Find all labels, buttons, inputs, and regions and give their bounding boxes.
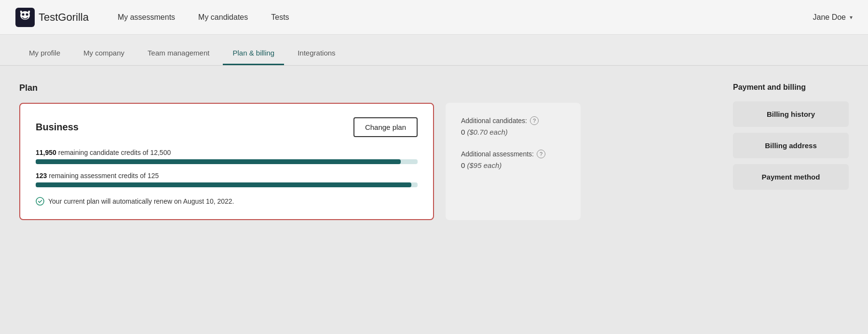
renew-text: Your current plan will automatically ren… [48, 197, 234, 205]
main-content: Plan Business Change plan 11,950 remaini… [0, 66, 868, 237]
assessment-credits-bold: 123 [36, 172, 47, 180]
assessment-credits-label: 123 remaining assessment credits of 125 [36, 172, 418, 180]
candidates-help-icon[interactable]: ? [530, 116, 539, 125]
billing-section-title: Payment and billing [733, 83, 849, 92]
user-name: Jane Doe [813, 13, 846, 22]
svg-point-7 [36, 197, 44, 205]
assessment-credits-row: 123 remaining assessment credits of 125 [36, 172, 418, 187]
change-plan-button[interactable]: Change plan [353, 117, 418, 137]
svg-rect-4 [23, 20, 27, 23]
check-circle-icon [36, 197, 44, 206]
additional-candidates-label: Additional candidates: ? [461, 116, 565, 125]
svg-point-2 [22, 13, 25, 15]
tab-my-company[interactable]: My company [74, 42, 134, 65]
tabs-bar: My profile My company Team management Pl… [0, 35, 868, 66]
candidate-credits-bold: 11,950 [36, 149, 56, 156]
svg-point-3 [26, 13, 28, 15]
candidate-credits-progress-bg [36, 159, 418, 164]
plan-section: Plan Business Change plan 11,950 remaini… [19, 83, 721, 220]
plan-card-header: Business Change plan [36, 117, 418, 137]
candidate-credits-progress-fill [36, 159, 401, 164]
additional-assessments-row: Additional assessments: ? 0 ($95 each) [461, 150, 565, 169]
nav-my-assessments[interactable]: My assessments [118, 13, 175, 22]
chevron-down-icon: ▾ [850, 14, 853, 21]
additional-candidates-row: Additional candidates: ? 0 ($0.70 each) [461, 116, 565, 136]
tab-plan-billing[interactable]: Plan & billing [223, 42, 284, 65]
tab-integrations[interactable]: Integrations [288, 42, 345, 65]
user-menu[interactable]: Jane Doe ▾ [813, 13, 853, 22]
main-nav: My assessments My candidates Tests [118, 13, 813, 22]
additional-candidates-value: 0 ($0.70 each) [461, 128, 565, 136]
plan-section-title: Plan [19, 83, 721, 93]
plan-card: Business Change plan 11,950 remaining ca… [19, 103, 434, 220]
billing-history-button[interactable]: Billing history [733, 101, 849, 127]
assessment-credits-rest: remaining assessment credits of 125 [47, 172, 159, 180]
logo-icon [15, 8, 35, 27]
additional-assessments-value: 0 ($95 each) [461, 161, 565, 169]
nav-my-candidates[interactable]: My candidates [198, 13, 248, 22]
additional-assessments-label: Additional assessments: ? [461, 150, 565, 158]
app-header: TestGorilla My assessments My candidates… [0, 0, 868, 35]
assessment-credits-progress-fill [36, 182, 411, 187]
plan-name: Business [36, 122, 79, 133]
tab-team-management[interactable]: Team management [138, 42, 219, 65]
logo-text: TestGorilla [39, 11, 89, 24]
assessment-credits-progress-bg [36, 182, 418, 187]
additional-card: Additional candidates: ? 0 ($0.70 each) … [446, 103, 581, 220]
candidate-credits-rest: remaining candidate credits of 12,500 [56, 149, 171, 156]
billing-section: Payment and billing Billing history Bill… [733, 83, 849, 220]
assessments-help-icon[interactable]: ? [537, 150, 545, 158]
tab-my-profile[interactable]: My profile [19, 42, 70, 65]
nav-tests[interactable]: Tests [271, 13, 289, 22]
logo[interactable]: TestGorilla [15, 8, 89, 27]
billing-address-button[interactable]: Billing address [733, 133, 849, 158]
renew-notice: Your current plan will automatically ren… [36, 197, 418, 206]
payment-method-button[interactable]: Payment method [733, 164, 849, 190]
candidate-credits-label: 11,950 remaining candidate credits of 12… [36, 149, 418, 156]
candidate-credits-row: 11,950 remaining candidate credits of 12… [36, 149, 418, 164]
plan-content-row: Business Change plan 11,950 remaining ca… [19, 103, 721, 220]
